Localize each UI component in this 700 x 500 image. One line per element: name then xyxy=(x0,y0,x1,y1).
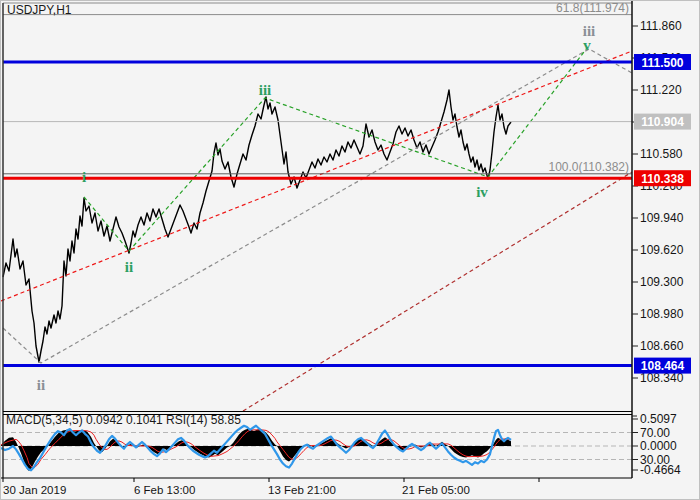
wave-label-iv: iv xyxy=(476,184,488,200)
wave-label-ii: ii xyxy=(125,259,133,275)
price-badge-label: 108.464 xyxy=(641,359,685,373)
time-axis-label: 30 Jan 2019 xyxy=(3,484,66,496)
wave-label-i: i xyxy=(82,169,86,185)
wave-label-iii: iii xyxy=(259,82,272,98)
indicator-axis-label: 70.00 xyxy=(640,426,670,440)
wave-label-v: v xyxy=(583,37,591,53)
y-axis-label: 108.980 xyxy=(640,307,684,321)
fibo-level-label: 100.0(110.382) xyxy=(548,160,629,174)
indicator-axis-label: 0.0000 xyxy=(640,439,677,453)
wave-label-ii: ii xyxy=(37,377,45,393)
price-series-line xyxy=(3,90,511,362)
indicator-label: MACD(5,34,5) 0.0942 0.1041 RSI(14) 58.85 xyxy=(6,413,241,427)
trading-chart-window: USDJPY,H1 MACD(5,34,5) 0.0942 0.1041 RSI… xyxy=(0,0,700,500)
y-axis-label: 109.620 xyxy=(640,243,684,257)
trend-line-green-wave-path xyxy=(84,48,587,251)
y-axis-label: 109.300 xyxy=(640,275,684,289)
time-axis-label: 21 Feb 05:00 xyxy=(402,484,470,496)
time-axis-label: 13 Feb 21:00 xyxy=(268,484,336,496)
indicator-axis-label: 0.5097 xyxy=(640,412,677,426)
symbol-timeframe-label: USDJPY,H1 xyxy=(7,3,71,17)
y-axis-label: 111.220 xyxy=(640,83,682,97)
trend-line-red-channel-lower xyxy=(243,172,632,411)
price-badge-label: 111.500 xyxy=(641,56,683,70)
indicator-axis-label: -0.4664 xyxy=(640,463,681,477)
time-axis-label: 6 Feb 13:00 xyxy=(134,484,195,496)
y-axis-label: 111.860 xyxy=(640,19,682,33)
price-badge-label: 110.904 xyxy=(641,115,684,129)
y-axis-label: 109.940 xyxy=(640,211,684,225)
y-axis-label: 110.580 xyxy=(640,147,683,161)
y-axis-label: 108.660 xyxy=(640,339,684,353)
price-badge-label: 110.338 xyxy=(641,172,684,186)
trend-line-red-channel-upper xyxy=(1,51,632,301)
trend-line-gray-wave-projection xyxy=(3,49,632,363)
